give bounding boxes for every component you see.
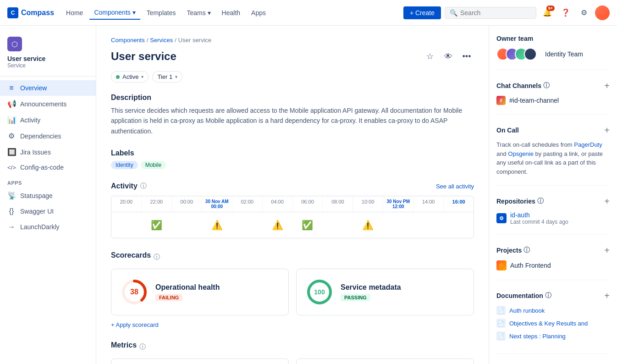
sidebar-item-swagger[interactable]: {} Swagger UI (0, 204, 96, 219)
timeline-time-2: 00:00 (172, 196, 202, 212)
timeline-event-0 (111, 218, 142, 232)
right-panel: Owner team Identity Team Chat Channels ⓘ (489, 26, 617, 364)
watch-button[interactable]: 👁 (441, 49, 456, 64)
chat-info-icon[interactable]: ⓘ (543, 82, 550, 90)
user-avatar[interactable] (595, 6, 610, 20)
see-all-activity-button[interactable]: See all activity (436, 183, 474, 190)
pagerduty-link[interactable]: PagerDuty (574, 141, 602, 148)
metric-deployment: 📈 Deployment Frequency 29.25 deploys / w… (111, 358, 289, 364)
docs-info-icon[interactable]: ⓘ (545, 292, 551, 300)
repos-add-button[interactable]: + (604, 197, 610, 206)
chat-channel-item[interactable]: # #id-team-channel (496, 96, 610, 105)
project-item[interactable]: 🔶 Auth Frontend (496, 260, 610, 270)
sidebar: ⬡ User service Service ≡ Overview 📢 Anno… (0, 26, 96, 364)
tier-badge[interactable]: Tier 1 ▾ (152, 71, 182, 83)
logo[interactable]: C Compass (7, 7, 54, 18)
metrics-info-icon[interactable]: ⓘ (139, 343, 146, 351)
nav-components[interactable]: Components ▾ (89, 6, 140, 20)
sidebar-item-label-overview: Overview (20, 84, 47, 92)
projects-info-icon[interactable]: ⓘ (523, 246, 530, 254)
owner-team-header: Owner team (496, 35, 610, 42)
timeline-event-3[interactable]: ⚠️ (202, 218, 232, 232)
breadcrumb-components[interactable]: Components (111, 37, 145, 44)
nav-teams[interactable]: Teams ▾ (182, 6, 215, 19)
top-nav-items: Home Components ▾ Templates Teams ▾ Heal… (61, 6, 400, 20)
repositories-section: Repositories ⓘ + ⚙ id-auth Last commit 4… (496, 197, 610, 235)
activity-icon: 📊 (7, 116, 16, 124)
sidebar-item-overview[interactable]: ≡ Overview (0, 80, 96, 96)
help-button[interactable]: ❓ (558, 6, 573, 20)
dependencies-icon: ⚙ (7, 132, 16, 140)
sidebar-item-jira[interactable]: 🔲 Jira Issues (0, 144, 96, 160)
projects-add-button[interactable]: + (604, 246, 610, 255)
activity-info-icon[interactable]: ⓘ (140, 182, 147, 190)
label-mobile[interactable]: Mobile (141, 161, 166, 169)
nav-home[interactable]: Home (61, 6, 88, 19)
timeline-event-11 (443, 218, 474, 232)
event-warning-icon-1: ⚠️ (211, 220, 223, 231)
logo-icon: C (7, 7, 18, 18)
scorecard-info-metadata: Service metadata PASSING (341, 283, 401, 301)
timeline-event-9 (383, 218, 413, 232)
settings-button[interactable]: ⚙ (577, 6, 591, 20)
service-type: Service (7, 62, 88, 69)
sidebar-item-launchdarkly[interactable]: → LaunchDarkly (0, 219, 96, 235)
scorecard-operational-health[interactable]: 38 Operational health FAILING (111, 269, 289, 315)
topnav-right: 🔍 🔔 9+ ❓ ⚙ (445, 6, 610, 20)
notifications-button[interactable]: 🔔 9+ (540, 6, 555, 20)
scorecards-section: Scorecards ⓘ 38 Ope (111, 251, 474, 328)
metric-test-coverage: 📈 Unit test coverage 71.4 % (296, 358, 474, 364)
nav-templates[interactable]: Templates (142, 6, 181, 19)
sidebar-item-statuspage[interactable]: 📡 Statuspage (0, 188, 96, 204)
more-options-button[interactable]: ••• (459, 49, 474, 64)
chat-channel-name: #id-team-channel (509, 97, 559, 104)
owner-avatars (496, 48, 533, 61)
nav-health[interactable]: Health (217, 6, 245, 19)
timeline-event-8[interactable]: ⚠️ (353, 218, 383, 232)
timeline-event-5[interactable]: ⚠️ (262, 218, 292, 232)
doc-name-2[interactable]: Next steps : Planning (509, 333, 566, 340)
chat-add-button[interactable]: + (604, 81, 610, 90)
repo-name[interactable]: id-auth (510, 211, 568, 219)
slack-icon: # (496, 96, 506, 105)
repos-info-icon[interactable]: ⓘ (537, 197, 544, 205)
timeline-event-7 (323, 218, 353, 232)
owner-team-name[interactable]: Identity Team (545, 50, 583, 58)
metrics-title: Metrics (111, 341, 137, 349)
opsgenie-link[interactable]: Opsgenie (508, 150, 534, 157)
documentation-header: Documentation ⓘ + (496, 291, 610, 300)
sidebar-item-announcements[interactable]: 📢 Announcements (0, 96, 96, 112)
apply-scorecard-button[interactable]: + Apply scorecard (111, 321, 159, 328)
activity-title: Activity (111, 182, 138, 190)
on-call-add-button[interactable]: + (604, 126, 610, 135)
search-input[interactable] (460, 9, 531, 17)
timeline-time-8: 10:00 (353, 196, 383, 212)
star-button[interactable]: ☆ (423, 49, 437, 64)
repositories-title: Repositories ⓘ (496, 197, 544, 205)
sidebar-item-config[interactable]: </> Config-as-code (0, 160, 96, 175)
scorecards-info-icon[interactable]: ⓘ (154, 253, 160, 261)
apps-section-label: APPS (0, 175, 96, 188)
breadcrumb-services[interactable]: Services (150, 37, 173, 44)
doc-icon-1: 📄 (496, 319, 506, 328)
timeline-event-1[interactable]: ✅ (142, 218, 172, 232)
sidebar-item-activity[interactable]: 📊 Activity (0, 112, 96, 128)
service-name: User service (7, 55, 88, 62)
doc-name-0[interactable]: Auth runbook (509, 307, 545, 314)
statuspage-icon: 📡 (7, 191, 16, 200)
docs-add-button[interactable]: + (604, 291, 610, 300)
repo-meta: Last commit 4 days ago (510, 219, 568, 225)
create-button[interactable]: + Create (403, 6, 441, 19)
search-icon: 🔍 (450, 9, 457, 17)
launchdarkly-icon: → (7, 223, 16, 231)
sidebar-item-dependencies[interactable]: ⚙ Dependencies (0, 128, 96, 144)
timeline-time-3: 30 Nov AM00:00 (202, 196, 232, 212)
doc-name-1[interactable]: Objectives & Key Results and (509, 320, 588, 327)
timeline-event-6[interactable]: ✅ (292, 218, 323, 232)
label-identity[interactable]: Identity (111, 161, 138, 169)
scorecard-service-metadata[interactable]: 100 Service metadata PASSING (296, 269, 474, 315)
description-title: Description (111, 94, 474, 102)
status-badge[interactable]: Active ▾ (111, 71, 149, 83)
nav-apps[interactable]: Apps (247, 6, 270, 19)
scorecard-name-operational: Operational health (155, 283, 220, 292)
